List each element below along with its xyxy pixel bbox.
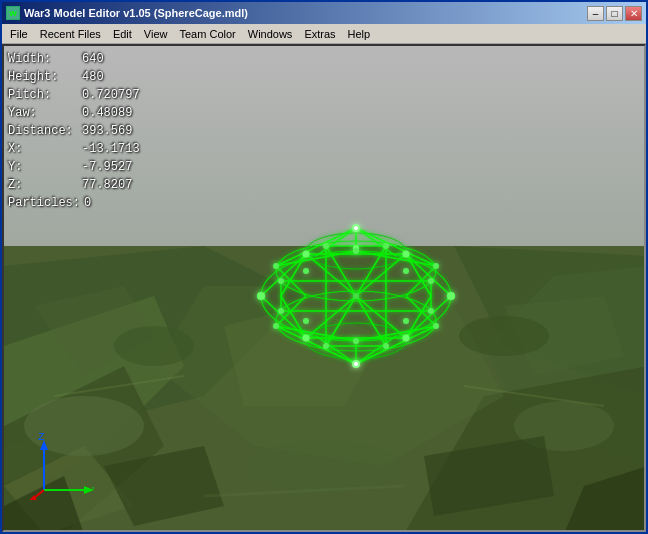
- svg-point-20: [24, 396, 144, 456]
- svg-point-24: [244, 441, 404, 491]
- close-button[interactable]: ✕: [625, 6, 642, 21]
- menu-extras[interactable]: Extras: [298, 26, 341, 42]
- menu-windows[interactable]: Windows: [242, 26, 299, 42]
- menu-file[interactable]: File: [4, 26, 34, 42]
- menu-team-color[interactable]: Team Color: [174, 26, 242, 42]
- window-title: War3 Model Editor v1.05 (SphereCage.mdl): [24, 7, 248, 19]
- title-bar: W War3 Model Editor v1.05 (SphereCage.md…: [2, 2, 646, 24]
- main-window: W War3 Model Editor v1.05 (SphereCage.md…: [0, 0, 648, 534]
- svg-point-22: [114, 326, 194, 366]
- menu-bar: File Recent Files Edit View Team Color W…: [2, 24, 646, 44]
- svg-point-23: [459, 316, 549, 356]
- viewport[interactable]: Width: 640 Height: 480 Pitch: 0.720797 Y…: [2, 44, 646, 532]
- app-icon: W: [6, 6, 20, 20]
- menu-edit[interactable]: Edit: [107, 26, 138, 42]
- maximize-button[interactable]: □: [606, 6, 623, 21]
- menu-help[interactable]: Help: [342, 26, 377, 42]
- menu-view[interactable]: View: [138, 26, 174, 42]
- terrain-background: [4, 46, 644, 530]
- window-controls: – □ ✕: [587, 6, 642, 21]
- minimize-button[interactable]: –: [587, 6, 604, 21]
- menu-recent-files[interactable]: Recent Files: [34, 26, 107, 42]
- title-text: W War3 Model Editor v1.05 (SphereCage.md…: [6, 6, 248, 20]
